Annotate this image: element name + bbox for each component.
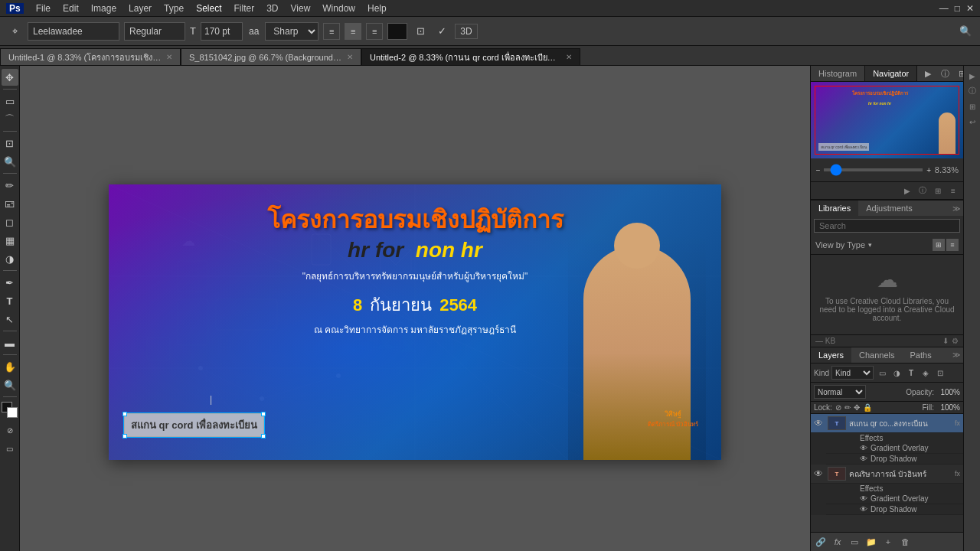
libraries-search[interactable] (814, 219, 960, 233)
font-style-input[interactable] (124, 22, 185, 41)
panel-icon-1[interactable]: ▶ (900, 184, 914, 197)
collapse-navigator-btn[interactable]: ▶ (965, 69, 979, 83)
layer-2-effect-gradient-eye[interactable]: 👁 (860, 494, 867, 503)
canvas-area[interactable]: ☁ 👤 👤 โครงการอบรมเชิงปฏิบัติการ (20, 66, 810, 551)
link-layers-btn[interactable]: 🔗 (814, 535, 828, 549)
sel-handle-tl[interactable] (122, 412, 127, 416)
font-size-input[interactable] (201, 22, 243, 41)
zoom-out-btn[interactable]: − (815, 161, 821, 178)
panel-icon-3[interactable]: ⊞ (931, 184, 945, 197)
layer-2-fx[interactable]: fx (955, 470, 960, 478)
crop-tool[interactable]: ⊡ (2, 135, 18, 152)
new-layer-btn[interactable]: + (881, 535, 895, 549)
pen-tool[interactable]: ✒ (2, 274, 18, 291)
sel-handle-tr[interactable] (261, 412, 266, 416)
layer-1-effect-gradient[interactable]: 👁 Gradient Overlay (826, 443, 963, 454)
navigator-play-btn[interactable]: ▶ (920, 66, 936, 81)
character-panel-btn[interactable]: ✓ (433, 23, 450, 40)
tab-3[interactable]: Untitled-2 @ 8.33% (กานน qr cord เพื่อลง… (361, 48, 580, 65)
rect-select-tool[interactable]: ▭ (2, 93, 18, 109)
type-tool[interactable]: T (2, 292, 18, 309)
brush-tool[interactable]: ✏ (2, 177, 18, 194)
chevron-down-icon[interactable]: ▾ (868, 241, 872, 249)
align-center-btn[interactable]: ≡ (345, 23, 361, 40)
list-view-btn[interactable]: ≡ (946, 239, 959, 251)
clone-tool[interactable]: 🖃 (2, 195, 18, 212)
libraries-expand-btn[interactable]: ≫ (952, 204, 960, 213)
menu-window[interactable]: Window (322, 3, 355, 14)
window-maximize[interactable]: □ (955, 3, 960, 14)
tab-2[interactable]: S_8151042.jpg @ 66.7% (Background copy 2… (181, 48, 361, 65)
zoom-in-btn[interactable]: + (926, 161, 931, 178)
layer-item-2[interactable]: 👁 T คณริษาภารณ์ บัวอินทร์ fx (811, 465, 963, 484)
layer-2-visibility[interactable]: 👁 (814, 468, 825, 479)
window-minimize[interactable]: — (939, 3, 949, 14)
layer-1-fx[interactable]: fx (955, 419, 960, 427)
lock-image-icon[interactable]: ✏ (844, 403, 851, 412)
path-select-tool[interactable]: ↖ (2, 311, 18, 328)
layer-2-effect-drop-shadow[interactable]: 👁 Drop Shadow (826, 504, 963, 515)
layers-expand-btn[interactable]: ≫ (952, 350, 960, 359)
kind-select[interactable]: Kind (831, 366, 874, 380)
tab-2-close[interactable]: ✕ (347, 53, 353, 61)
window-close[interactable]: ✕ (966, 3, 974, 14)
move-tool[interactable]: ✥ (2, 69, 18, 86)
layer-type-icon[interactable]: T (905, 367, 917, 379)
3d-btn[interactable]: 3D (455, 24, 477, 39)
layer-fx-btn[interactable]: fx (831, 535, 844, 549)
layer-pixel-icon[interactable]: ▭ (876, 367, 888, 379)
text-color-swatch[interactable] (387, 23, 407, 40)
collapse-layers-btn[interactable]: ⊞ (965, 99, 979, 113)
delete-layer-btn[interactable]: 🗑 (898, 535, 912, 549)
layer-mask-btn[interactable]: ▭ (848, 535, 861, 549)
lasso-tool[interactable]: ⌒ (2, 111, 18, 128)
canvas-scan-text[interactable]: สแกน qr cord เพื่อลงทะเบียน (124, 413, 264, 437)
layer-1-effect-shadow-eye[interactable]: 👁 (860, 455, 867, 463)
eyedropper-tool[interactable]: 🔍 (2, 153, 18, 170)
layer-item-1[interactable]: 👁 T สแกน qr co...ลงทะเบียน fx (811, 414, 963, 433)
lock-position-icon[interactable]: ✥ (854, 403, 860, 412)
tab-navigator[interactable]: Navigator (865, 66, 917, 81)
tab-layers[interactable]: Layers (811, 347, 851, 363)
eraser-tool[interactable]: ◻ (2, 214, 18, 230)
settings-icon[interactable]: ⚙ (952, 337, 959, 345)
warp-text-btn[interactable]: ⊡ (412, 23, 429, 40)
new-group-btn[interactable]: 📁 (864, 535, 878, 549)
tab-histogram[interactable]: Histogram (811, 66, 865, 81)
layer-adjust-icon[interactable]: ◑ (890, 367, 903, 379)
layer-shape-icon[interactable]: ◈ (920, 367, 932, 379)
ps-logo[interactable]: Ps (6, 3, 24, 14)
font-family-input[interactable] (28, 22, 119, 41)
tab-1[interactable]: Untitled-1 @ 8.33% (โครงการอบรมเชิงปฏิบั… (0, 48, 181, 65)
move-tool-icon[interactable]: ⌖ (6, 23, 23, 40)
menu-file[interactable]: File (36, 3, 51, 14)
layer-smart-icon[interactable]: ⊡ (934, 367, 946, 379)
collapse-history-btn[interactable]: ↩ (965, 115, 979, 129)
gradient-tool[interactable]: ▦ (2, 232, 18, 249)
menu-select[interactable]: Select (196, 3, 221, 14)
collapse-info-btn[interactable]: ⓘ (965, 84, 979, 98)
align-right-btn[interactable]: ≡ (366, 23, 383, 40)
layer-2-effect-gradient[interactable]: 👁 Gradient Overlay (826, 494, 963, 504)
shape-tool[interactable]: ▬ (2, 334, 18, 351)
menu-filter[interactable]: Filter (234, 3, 254, 14)
layer-2-effect-shadow-eye[interactable]: 👁 (860, 505, 867, 514)
sel-handle-br[interactable] (261, 434, 266, 439)
quick-mask-btn[interactable]: ⊘ (2, 422, 18, 439)
menu-view[interactable]: View (291, 3, 311, 14)
sharpness-select[interactable]: Sharp Smooth None (265, 22, 318, 41)
navigator-info-btn[interactable]: ⓘ (937, 66, 952, 81)
menu-help[interactable]: Help (368, 3, 387, 14)
lock-all-icon[interactable]: 🔒 (863, 403, 872, 412)
sel-handle-bl[interactable] (122, 434, 127, 439)
screen-mode-btn[interactable]: ▭ (2, 440, 18, 457)
tab-1-close[interactable]: ✕ (166, 53, 172, 61)
zoom-tool[interactable]: 🔍 (2, 377, 18, 393)
layer-1-effect-gradient-eye[interactable]: 👁 (860, 444, 867, 452)
tab-3-close[interactable]: ✕ (566, 53, 572, 61)
dodge-tool[interactable]: ◑ (2, 250, 18, 267)
tab-paths[interactable]: Paths (903, 347, 939, 363)
menu-image[interactable]: Image (91, 3, 116, 14)
tab-channels[interactable]: Channels (851, 347, 902, 363)
hand-tool[interactable]: ✋ (2, 358, 18, 375)
